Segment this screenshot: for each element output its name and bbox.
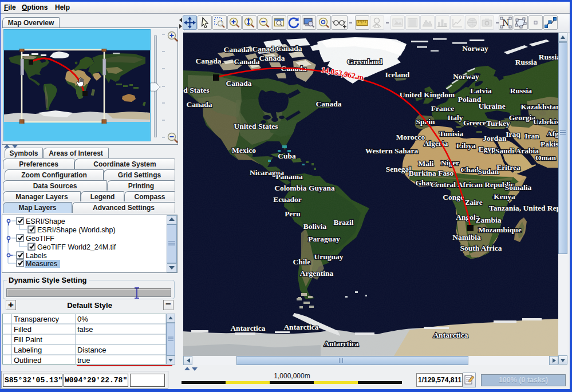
- svg-text:Tunisia: Tunisia: [439, 129, 464, 138]
- svg-text:Antarctica: Antarctica: [433, 331, 468, 339]
- svg-text:false: false: [77, 325, 93, 334]
- svg-text:Mozambique: Mozambique: [478, 225, 522, 234]
- svg-text:Jordan: Jordan: [483, 134, 507, 142]
- svg-text:GeoTIFF: GeoTIFF: [26, 235, 54, 243]
- svg-text:Iceland: Iceland: [385, 70, 410, 79]
- svg-text:Ecuador: Ecuador: [273, 195, 302, 204]
- svg-text:Greece: Greece: [463, 118, 486, 127]
- svg-text:Antarctica: Antarctica: [230, 324, 265, 332]
- svg-text:Canada: Canada: [315, 100, 341, 108]
- svg-text:Western Sahara: Western Sahara: [365, 146, 419, 155]
- svg-text:Russia: Russia: [510, 86, 532, 95]
- svg-text:Antarctica: Antarctica: [324, 339, 358, 348]
- svg-text:Senegal: Senegal: [386, 165, 412, 173]
- svg-text:Colombia Guyana: Colombia Guyana: [274, 184, 335, 192]
- svg-text:Labeling: Labeling: [14, 346, 42, 354]
- svg-text:South Africa: South Africa: [460, 244, 502, 252]
- svg-text:Iran: Iran: [524, 132, 539, 140]
- svg-text:Mexico: Mexico: [232, 146, 256, 155]
- svg-text:Canada: Canada: [252, 45, 278, 53]
- svg-text:Panama: Panama: [275, 172, 303, 181]
- svg-text:Somalia: Somalia: [505, 183, 532, 192]
- svg-text:GeoTIFF World2_24M.tif: GeoTIFF World2_24M.tif: [37, 243, 116, 251]
- svg-text:Uruguay: Uruguay: [314, 252, 343, 261]
- svg-text:Ukraine: Ukraine: [478, 102, 505, 110]
- svg-text:Tanzania, United Repub: Tanzania, United Repub: [489, 204, 558, 212]
- svg-text:Uzbekist: Uzbekist: [533, 117, 558, 126]
- svg-text:Russia: Russia: [539, 53, 558, 61]
- svg-text:Fill Paint: Fill Paint: [14, 335, 42, 344]
- svg-text:Brazil: Brazil: [333, 218, 353, 227]
- svg-text:Measures: Measures: [26, 260, 57, 268]
- svg-text:Filled: Filled: [14, 325, 31, 334]
- svg-text:United States: United States: [234, 122, 278, 130]
- svg-text:ed States: ed States: [183, 86, 210, 94]
- svg-text:Distance: Distance: [77, 346, 106, 354]
- svg-text:Canada: Canada: [186, 100, 212, 109]
- svg-text:Canada: Canada: [223, 45, 249, 54]
- svg-text:Georgia: Georgia: [509, 113, 536, 122]
- svg-text:ESRI/Shape: ESRI/Shape: [26, 217, 65, 225]
- svg-text:Saudi Arabia: Saudi Arabia: [495, 146, 539, 155]
- svg-text:ESRI/Shape (World.shp): ESRI/Shape (World.shp): [37, 226, 116, 234]
- svg-text:Kazakhstan: Kazakhstan: [520, 102, 558, 111]
- svg-text:Transparency: Transparency: [14, 315, 59, 323]
- svg-text:Chad: Chad: [460, 165, 479, 174]
- svg-text:0%: 0%: [77, 315, 88, 323]
- svg-text:Canada: Canada: [276, 44, 302, 53]
- svg-text:N: N: [502, 17, 509, 28]
- svg-text:Argentina: Argentina: [300, 269, 334, 278]
- svg-text:Greenland: Greenland: [347, 57, 382, 66]
- svg-text:Kenya: Kenya: [494, 192, 515, 201]
- svg-text:Latvia: Latvia: [470, 86, 492, 95]
- svg-text:Canada: Canada: [195, 57, 221, 65]
- svg-text:Canada: Canada: [259, 54, 285, 62]
- svg-text:Chile: Chile: [293, 258, 311, 266]
- svg-text:true: true: [77, 356, 90, 365]
- svg-text:Morocco: Morocco: [396, 133, 425, 141]
- svg-text:Mali: Mali: [419, 159, 434, 168]
- svg-text:Russia: Russia: [515, 58, 538, 66]
- svg-text:Antarctica: Antarctica: [283, 323, 318, 331]
- svg-text:Canada: Canada: [226, 79, 251, 88]
- svg-text:France: France: [431, 104, 454, 113]
- svg-text:Peru: Peru: [285, 209, 301, 218]
- svg-text:Eritrea: Eritrea: [496, 163, 520, 172]
- svg-text:Paraguay: Paraguay: [308, 235, 340, 243]
- svg-text:Namibia: Namibia: [452, 233, 481, 241]
- svg-text:Algeria: Algeria: [424, 139, 448, 148]
- svg-text:Zambia: Zambia: [475, 216, 501, 224]
- svg-text:Labels: Labels: [26, 252, 47, 260]
- svg-text:Norway: Norway: [462, 44, 488, 53]
- svg-text:Pakist: Pakist: [541, 140, 558, 148]
- svg-text:Norway: Norway: [453, 72, 479, 81]
- svg-text:Turkey: Turkey: [486, 119, 510, 128]
- svg-text:United Kingdom: United Kingdom: [400, 90, 455, 99]
- svg-text:Libya: Libya: [456, 141, 476, 150]
- svg-text:Cuba: Cuba: [278, 152, 296, 160]
- svg-text:Afgh: Afgh: [547, 129, 558, 138]
- svg-text:Zaire: Zaire: [464, 198, 482, 207]
- svg-text:Burkina Faso: Burkina Faso: [409, 169, 454, 177]
- svg-text:Iraq: Iraq: [506, 130, 520, 138]
- svg-text:Canada: Canada: [234, 57, 259, 66]
- svg-text:Bolivia: Bolivia: [303, 222, 327, 231]
- svg-text:Central African Republic: Central African Republic: [431, 180, 514, 189]
- svg-text:Oman: Oman: [535, 153, 556, 162]
- svg-text:Outlined: Outlined: [14, 356, 41, 365]
- svg-text:Italy: Italy: [448, 113, 463, 122]
